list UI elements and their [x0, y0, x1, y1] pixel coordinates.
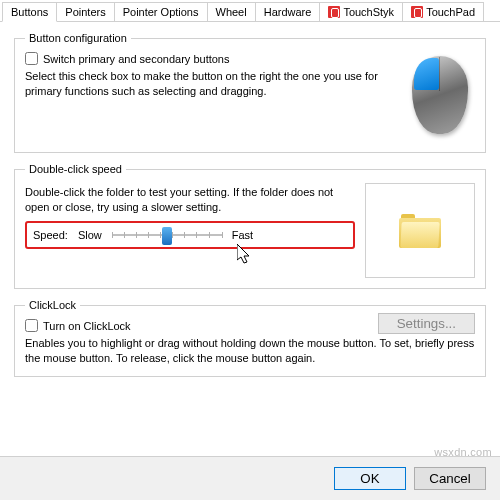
- touchpad-icon: [411, 6, 423, 18]
- group-legend: ClickLock: [25, 299, 80, 311]
- clicklock-settings-button: Settings...: [378, 313, 475, 334]
- clicklock-label[interactable]: Turn on ClickLock: [43, 320, 131, 332]
- clicklock-description: Enables you to highlight or drag without…: [25, 336, 475, 366]
- double-click-test-area[interactable]: [365, 183, 475, 278]
- tab-label: Wheel: [216, 6, 247, 18]
- tab-label: TouchPad: [426, 6, 475, 18]
- tab-touchpad[interactable]: TouchPad: [402, 2, 484, 21]
- mouse-illustration: [405, 52, 475, 142]
- touchstyk-icon: [328, 6, 340, 18]
- speed-slow-label: Slow: [78, 229, 102, 241]
- double-click-description: Double-click the folder to test your set…: [25, 185, 355, 215]
- tab-label: Hardware: [264, 6, 312, 18]
- dialog-footer: OK Cancel: [0, 456, 500, 500]
- tab-strip: Buttons Pointers Pointer Options Wheel H…: [0, 0, 500, 22]
- clicklock-checkbox[interactable]: [25, 319, 38, 332]
- group-clicklock: ClickLock Settings... Turn on ClickLock …: [14, 299, 486, 377]
- switch-buttons-checkbox[interactable]: [25, 52, 38, 65]
- folder-icon: [399, 214, 441, 248]
- tab-pointers[interactable]: Pointers: [56, 2, 114, 21]
- tab-label: TouchStyk: [343, 6, 394, 18]
- switch-buttons-label[interactable]: Switch primary and secondary buttons: [43, 53, 229, 65]
- tab-hardware[interactable]: Hardware: [255, 2, 321, 21]
- group-legend: Double-click speed: [25, 163, 126, 175]
- tab-label: Pointers: [65, 6, 105, 18]
- double-click-speed-slider[interactable]: [112, 225, 222, 245]
- tab-touchstyk[interactable]: TouchStyk: [319, 2, 403, 21]
- speed-row-highlight: Speed: Slow: [25, 221, 355, 249]
- tab-buttons[interactable]: Buttons: [2, 2, 57, 22]
- speed-fast-label: Fast: [232, 229, 253, 241]
- tab-pane-buttons: Button configuration Switch primary and …: [0, 22, 500, 393]
- group-legend: Button configuration: [25, 32, 131, 44]
- slider-thumb[interactable]: [162, 227, 172, 245]
- watermark: wsxdn.com: [434, 446, 492, 458]
- switch-buttons-description: Select this check box to make the button…: [25, 69, 395, 99]
- tab-label: Pointer Options: [123, 6, 199, 18]
- tab-wheel[interactable]: Wheel: [207, 2, 256, 21]
- speed-label: Speed:: [33, 229, 68, 241]
- tab-pointer-options[interactable]: Pointer Options: [114, 2, 208, 21]
- group-button-configuration: Button configuration Switch primary and …: [14, 32, 486, 153]
- ok-button[interactable]: OK: [334, 467, 406, 490]
- cancel-button[interactable]: Cancel: [414, 467, 486, 490]
- group-double-click-speed: Double-click speed Double-click the fold…: [14, 163, 486, 289]
- tab-label: Buttons: [11, 6, 48, 18]
